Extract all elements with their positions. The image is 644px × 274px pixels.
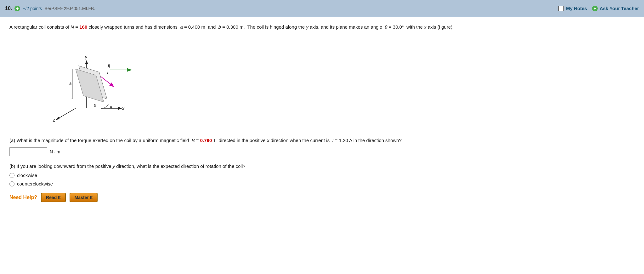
counterclockwise-radio[interactable] bbox=[9, 181, 14, 186]
n-value: 160 bbox=[79, 24, 87, 30]
svg-text:b: b bbox=[94, 103, 96, 108]
plus-icon: + bbox=[14, 6, 20, 11]
ask-plus-icon: + bbox=[592, 6, 598, 11]
coil-diagram: z x y B⃗ I a b bbox=[38, 36, 138, 130]
counterclockwise-label: counterclockwise bbox=[17, 181, 53, 186]
clockwise-option: clockwise bbox=[9, 173, 635, 178]
notes-icon bbox=[558, 6, 564, 11]
read-it-button[interactable]: Read It bbox=[41, 193, 66, 202]
clockwise-radio[interactable] bbox=[9, 173, 14, 178]
counterclockwise-option: counterclockwise bbox=[9, 181, 635, 186]
my-notes-label: My Notes bbox=[566, 6, 587, 11]
svg-text:y: y bbox=[85, 54, 88, 60]
svg-text:B⃗: B⃗ bbox=[107, 64, 110, 69]
svg-text:θ: θ bbox=[110, 105, 112, 110]
rotation-radio-group: clockwise counterclockwise bbox=[9, 173, 635, 186]
problem-intro: A rectangular coil consists of N = 160 c… bbox=[9, 23, 545, 31]
main-content: A rectangular coil consists of N = 160 c… bbox=[0, 17, 644, 208]
header-bar: 10. + −/2 points SerPSE9 29.P.051.MI.FB.… bbox=[0, 0, 644, 17]
b-value: 0.790 bbox=[200, 138, 212, 143]
header-right: My Notes + Ask Your Teacher bbox=[558, 6, 639, 11]
need-help-row: Need Help? Read It Master It bbox=[9, 193, 635, 202]
clockwise-label: clockwise bbox=[17, 173, 37, 178]
part-b-text: (b) If you are looking downward from the… bbox=[9, 163, 513, 170]
svg-text:a: a bbox=[69, 81, 71, 86]
problem-code: SerPSE9 29.P.051.MI.FB. bbox=[44, 6, 95, 11]
torque-input[interactable] bbox=[9, 147, 47, 156]
svg-line-0 bbox=[57, 108, 76, 119]
need-help-label: Need Help? bbox=[9, 195, 37, 200]
svg-text:x: x bbox=[122, 106, 125, 111]
diagram-container: z x y B⃗ I a b bbox=[9, 36, 167, 130]
part-a-text: (a) What is the magnitude of the torque … bbox=[9, 137, 513, 144]
torque-unit: N · m bbox=[50, 149, 60, 154]
svg-text:I: I bbox=[107, 70, 108, 75]
svg-text:z: z bbox=[53, 117, 55, 123]
ask-teacher-label: Ask Your Teacher bbox=[600, 6, 639, 11]
ask-teacher-button[interactable]: + Ask Your Teacher bbox=[592, 6, 639, 11]
n-label: N bbox=[71, 24, 74, 30]
question-number: 10. bbox=[5, 6, 12, 11]
header-left: 10. + −/2 points SerPSE9 29.P.051.MI.FB. bbox=[5, 6, 558, 11]
my-notes-button[interactable]: My Notes bbox=[558, 6, 587, 11]
part-a-answer-row: N · m bbox=[9, 147, 635, 156]
master-it-button[interactable]: Master It bbox=[70, 193, 98, 202]
points-text: −/2 points bbox=[23, 6, 42, 11]
